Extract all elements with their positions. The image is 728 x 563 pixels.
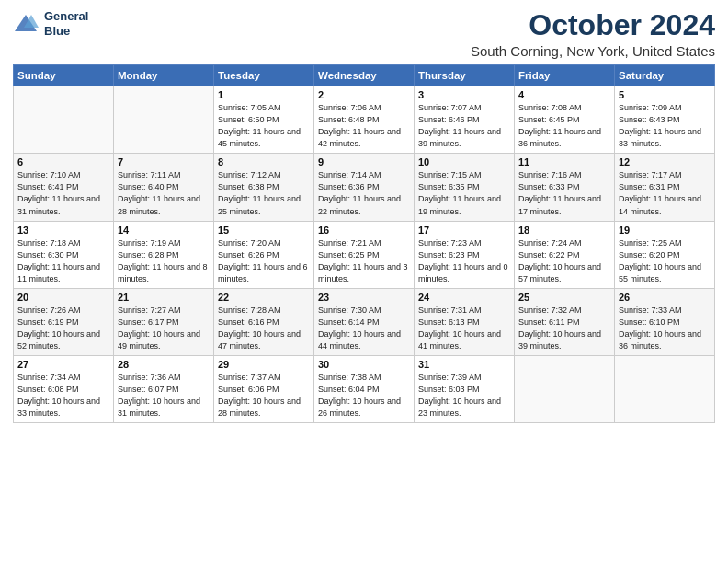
logo-line2: Blue: [44, 24, 88, 39]
logo-icon: [13, 11, 39, 37]
day-number: 14: [118, 224, 210, 236]
day-info: Sunrise: 7:08 AMSunset: 6:45 PMDaylight:…: [518, 102, 610, 150]
day-number: 7: [118, 156, 210, 167]
calendar-cell: 12Sunrise: 7:17 AMSunset: 6:31 PMDayligh…: [615, 154, 715, 221]
calendar-cell: 23Sunrise: 7:30 AMSunset: 6:14 PMDayligh…: [314, 288, 415, 355]
calendar-cell: 10Sunrise: 7:15 AMSunset: 6:35 PMDayligh…: [415, 154, 515, 221]
day-header-saturday: Saturday: [615, 65, 715, 86]
day-number: 20: [17, 292, 109, 303]
day-info: Sunrise: 7:16 AMSunset: 6:33 PMDaylight:…: [518, 169, 610, 217]
day-info: Sunrise: 7:30 AMSunset: 6:14 PMDaylight:…: [318, 304, 410, 352]
day-info: Sunrise: 7:26 AMSunset: 6:19 PMDaylight:…: [17, 304, 109, 352]
day-header-sunday: Sunday: [14, 65, 114, 86]
calendar-cell: [114, 86, 214, 154]
day-header-thursday: Thursday: [415, 65, 515, 86]
calendar-cell: 31Sunrise: 7:39 AMSunset: 6:03 PMDayligh…: [415, 355, 515, 422]
day-number: 31: [418, 359, 510, 370]
day-info: Sunrise: 7:10 AMSunset: 6:41 PMDaylight:…: [17, 169, 109, 217]
day-number: 4: [518, 89, 610, 100]
day-number: 3: [418, 89, 510, 100]
location-title: South Corning, New York, United States: [471, 43, 715, 59]
day-number: 15: [218, 224, 310, 236]
day-info: Sunrise: 7:23 AMSunset: 6:23 PMDaylight:…: [418, 237, 510, 285]
calendar-cell: 3Sunrise: 7:07 AMSunset: 6:46 PMDaylight…: [415, 86, 515, 154]
calendar-week-2: 6Sunrise: 7:10 AMSunset: 6:41 PMDaylight…: [14, 154, 715, 221]
day-header-wednesday: Wednesday: [314, 65, 415, 86]
day-info: Sunrise: 7:12 AMSunset: 6:38 PMDaylight:…: [218, 169, 310, 217]
day-number: 22: [218, 292, 310, 303]
day-info: Sunrise: 7:09 AMSunset: 6:43 PMDaylight:…: [619, 102, 711, 150]
calendar-table: SundayMondayTuesdayWednesdayThursdayFrid…: [13, 64, 715, 423]
calendar-cell: 30Sunrise: 7:38 AMSunset: 6:04 PMDayligh…: [314, 355, 415, 422]
calendar-cell: [14, 86, 114, 154]
day-info: Sunrise: 7:06 AMSunset: 6:48 PMDaylight:…: [318, 102, 410, 150]
calendar-cell: 17Sunrise: 7:23 AMSunset: 6:23 PMDayligh…: [415, 221, 515, 288]
day-info: Sunrise: 7:25 AMSunset: 6:20 PMDaylight:…: [619, 237, 711, 285]
calendar-week-4: 20Sunrise: 7:26 AMSunset: 6:19 PMDayligh…: [14, 288, 715, 355]
day-info: Sunrise: 7:28 AMSunset: 6:16 PMDaylight:…: [218, 304, 310, 352]
calendar-cell: 29Sunrise: 7:37 AMSunset: 6:06 PMDayligh…: [214, 355, 314, 422]
calendar-body: 1Sunrise: 7:05 AMSunset: 6:50 PMDaylight…: [14, 86, 715, 423]
day-info: Sunrise: 7:38 AMSunset: 6:04 PMDaylight:…: [318, 372, 410, 419]
day-number: 1: [218, 89, 310, 100]
calendar-cell: 7Sunrise: 7:11 AMSunset: 6:40 PMDaylight…: [114, 154, 214, 221]
day-number: 21: [118, 292, 210, 303]
calendar-cell: 19Sunrise: 7:25 AMSunset: 6:20 PMDayligh…: [615, 221, 715, 288]
day-number: 23: [318, 292, 410, 303]
calendar-cell: 1Sunrise: 7:05 AMSunset: 6:50 PMDaylight…: [214, 86, 314, 154]
day-number: 18: [518, 224, 610, 236]
day-info: Sunrise: 7:37 AMSunset: 6:06 PMDaylight:…: [218, 372, 310, 419]
calendar-cell: 2Sunrise: 7:06 AMSunset: 6:48 PMDaylight…: [314, 86, 415, 154]
day-info: Sunrise: 7:20 AMSunset: 6:26 PMDaylight:…: [218, 237, 310, 285]
day-number: 11: [518, 156, 610, 167]
day-info: Sunrise: 7:39 AMSunset: 6:03 PMDaylight:…: [418, 372, 510, 419]
logo-line1: General: [44, 9, 88, 24]
day-info: Sunrise: 7:36 AMSunset: 6:07 PMDaylight:…: [118, 372, 210, 419]
calendar-cell: 16Sunrise: 7:21 AMSunset: 6:25 PMDayligh…: [314, 221, 415, 288]
calendar-cell: 4Sunrise: 7:08 AMSunset: 6:45 PMDaylight…: [515, 86, 615, 154]
calendar-cell: [615, 355, 715, 422]
calendar-cell: 6Sunrise: 7:10 AMSunset: 6:41 PMDaylight…: [14, 154, 114, 221]
day-number: 17: [418, 224, 510, 236]
calendar-cell: 9Sunrise: 7:14 AMSunset: 6:36 PMDaylight…: [314, 154, 415, 221]
calendar-cell: 5Sunrise: 7:09 AMSunset: 6:43 PMDaylight…: [615, 86, 715, 154]
day-header-friday: Friday: [515, 65, 615, 86]
calendar-cell: 27Sunrise: 7:34 AMSunset: 6:08 PMDayligh…: [14, 355, 114, 422]
title-block: October 2024 South Corning, New York, Un…: [471, 9, 715, 59]
calendar-cell: 25Sunrise: 7:32 AMSunset: 6:11 PMDayligh…: [515, 288, 615, 355]
day-info: Sunrise: 7:32 AMSunset: 6:11 PMDaylight:…: [518, 304, 610, 352]
day-number: 28: [118, 359, 210, 370]
calendar-page: General Blue October 2024 South Corning,…: [0, 0, 728, 563]
calendar-header-row: SundayMondayTuesdayWednesdayThursdayFrid…: [14, 65, 715, 86]
calendar-week-3: 13Sunrise: 7:18 AMSunset: 6:30 PMDayligh…: [14, 221, 715, 288]
calendar-cell: 11Sunrise: 7:16 AMSunset: 6:33 PMDayligh…: [515, 154, 615, 221]
day-number: 27: [17, 359, 109, 370]
day-info: Sunrise: 7:24 AMSunset: 6:22 PMDaylight:…: [518, 237, 610, 285]
day-number: 5: [619, 89, 711, 100]
day-number: 9: [318, 156, 410, 167]
day-info: Sunrise: 7:27 AMSunset: 6:17 PMDaylight:…: [118, 304, 210, 352]
day-number: 29: [218, 359, 310, 370]
day-info: Sunrise: 7:11 AMSunset: 6:40 PMDaylight:…: [118, 169, 210, 217]
calendar-cell: 28Sunrise: 7:36 AMSunset: 6:07 PMDayligh…: [114, 355, 214, 422]
calendar-week-5: 27Sunrise: 7:34 AMSunset: 6:08 PMDayligh…: [14, 355, 715, 422]
day-number: 25: [518, 292, 610, 303]
day-info: Sunrise: 7:33 AMSunset: 6:10 PMDaylight:…: [619, 304, 711, 352]
day-number: 16: [318, 224, 410, 236]
day-number: 30: [318, 359, 410, 370]
calendar-cell: 21Sunrise: 7:27 AMSunset: 6:17 PMDayligh…: [114, 288, 214, 355]
day-header-monday: Monday: [114, 65, 214, 86]
day-number: 2: [318, 89, 410, 100]
day-number: 13: [17, 224, 109, 236]
day-number: 24: [418, 292, 510, 303]
calendar-cell: 18Sunrise: 7:24 AMSunset: 6:22 PMDayligh…: [515, 221, 615, 288]
calendar-cell: 24Sunrise: 7:31 AMSunset: 6:13 PMDayligh…: [415, 288, 515, 355]
day-info: Sunrise: 7:31 AMSunset: 6:13 PMDaylight:…: [418, 304, 510, 352]
calendar-cell: 13Sunrise: 7:18 AMSunset: 6:30 PMDayligh…: [14, 221, 114, 288]
day-info: Sunrise: 7:07 AMSunset: 6:46 PMDaylight:…: [418, 102, 510, 150]
day-info: Sunrise: 7:19 AMSunset: 6:28 PMDaylight:…: [118, 237, 210, 285]
calendar-cell: 26Sunrise: 7:33 AMSunset: 6:10 PMDayligh…: [615, 288, 715, 355]
day-info: Sunrise: 7:15 AMSunset: 6:35 PMDaylight:…: [418, 169, 510, 217]
day-number: 8: [218, 156, 310, 167]
day-number: 12: [619, 156, 711, 167]
